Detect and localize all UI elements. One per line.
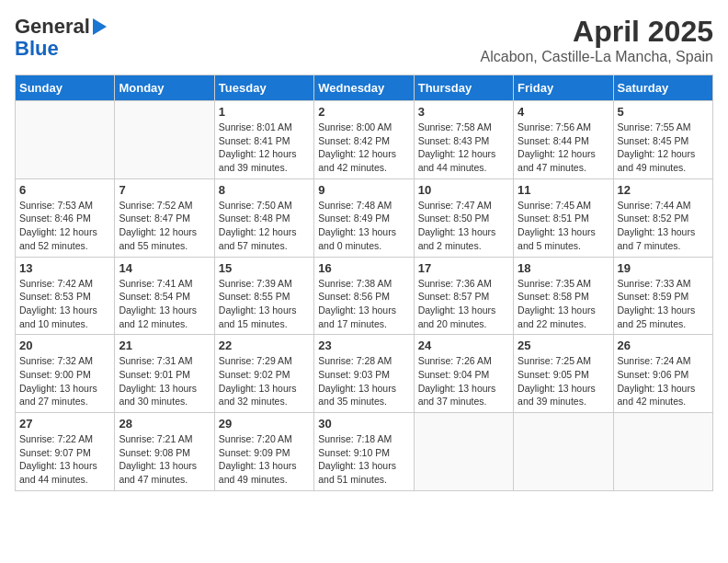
calendar-week-row: 1Sunrise: 8:01 AMSunset: 8:41 PMDaylight… xyxy=(16,101,713,179)
table-row: 11Sunrise: 7:45 AMSunset: 8:51 PMDayligh… xyxy=(514,178,613,257)
day-info: Sunrise: 7:55 AMSunset: 8:45 PMDaylight:… xyxy=(618,121,709,175)
logo: General Blue xyxy=(15,15,107,59)
table-row: 16Sunrise: 7:38 AMSunset: 8:56 PMDayligh… xyxy=(314,257,414,335)
day-number: 18 xyxy=(518,261,609,275)
calendar-week-row: 27Sunrise: 7:22 AMSunset: 9:07 PMDayligh… xyxy=(16,413,713,491)
day-number: 23 xyxy=(318,339,409,352)
day-info: Sunrise: 7:32 AMSunset: 9:00 PMDaylight:… xyxy=(19,354,110,408)
title-block: April 2025 Alcabon, Castille-La Mancha, … xyxy=(481,15,713,65)
table-row: 1Sunrise: 8:01 AMSunset: 8:41 PMDaylight… xyxy=(214,101,313,179)
day-number: 15 xyxy=(219,261,310,275)
day-info: Sunrise: 7:29 AMSunset: 9:02 PMDaylight:… xyxy=(219,354,310,408)
table-row: 27Sunrise: 7:22 AMSunset: 9:07 PMDayligh… xyxy=(16,413,115,491)
day-number: 17 xyxy=(418,261,509,275)
day-info: Sunrise: 7:48 AMSunset: 8:49 PMDaylight:… xyxy=(318,199,409,253)
day-info: Sunrise: 7:22 AMSunset: 9:07 PMDaylight:… xyxy=(19,432,110,487)
day-number: 4 xyxy=(518,105,609,119)
calendar-title: April 2025 xyxy=(481,15,713,49)
table-row xyxy=(115,101,214,179)
table-row: 17Sunrise: 7:36 AMSunset: 8:57 PMDayligh… xyxy=(414,257,513,335)
col-saturday: Saturday xyxy=(613,75,712,101)
table-row: 13Sunrise: 7:42 AMSunset: 8:53 PMDayligh… xyxy=(16,257,115,335)
day-info: Sunrise: 7:18 AMSunset: 9:10 PMDaylight:… xyxy=(318,432,409,487)
day-info: Sunrise: 7:36 AMSunset: 8:57 PMDaylight:… xyxy=(418,277,509,331)
table-row xyxy=(514,413,613,491)
calendar-table: Sunday Monday Tuesday Wednesday Thursday… xyxy=(15,75,713,491)
day-info: Sunrise: 7:25 AMSunset: 9:05 PMDaylight:… xyxy=(518,354,609,408)
day-number: 5 xyxy=(618,105,709,119)
calendar-week-row: 6Sunrise: 7:53 AMSunset: 8:46 PMDaylight… xyxy=(16,178,713,257)
table-row: 9Sunrise: 7:48 AMSunset: 8:49 PMDaylight… xyxy=(314,178,414,257)
day-number: 12 xyxy=(618,183,709,197)
table-row: 4Sunrise: 7:56 AMSunset: 8:44 PMDaylight… xyxy=(514,101,613,179)
table-row: 5Sunrise: 7:55 AMSunset: 8:45 PMDaylight… xyxy=(613,101,712,179)
day-number: 1 xyxy=(219,105,310,119)
day-info: Sunrise: 7:21 AMSunset: 9:08 PMDaylight:… xyxy=(119,432,210,487)
day-info: Sunrise: 7:42 AMSunset: 8:53 PMDaylight:… xyxy=(19,277,110,331)
day-number: 27 xyxy=(19,417,110,431)
day-info: Sunrise: 7:41 AMSunset: 8:54 PMDaylight:… xyxy=(119,277,210,331)
day-info: Sunrise: 7:28 AMSunset: 9:03 PMDaylight:… xyxy=(318,354,409,408)
day-number: 14 xyxy=(119,261,210,275)
day-number: 25 xyxy=(518,339,609,352)
table-row xyxy=(414,413,513,491)
day-info: Sunrise: 7:26 AMSunset: 9:04 PMDaylight:… xyxy=(418,354,509,408)
day-number: 21 xyxy=(119,339,210,352)
col-tuesday: Tuesday xyxy=(214,75,313,101)
day-number: 22 xyxy=(219,339,310,352)
table-row: 14Sunrise: 7:41 AMSunset: 8:54 PMDayligh… xyxy=(115,257,214,335)
day-number: 28 xyxy=(119,417,210,431)
day-number: 7 xyxy=(119,183,210,197)
day-info: Sunrise: 7:44 AMSunset: 8:52 PMDaylight:… xyxy=(618,199,709,253)
day-number: 11 xyxy=(518,183,609,197)
day-info: Sunrise: 7:50 AMSunset: 8:48 PMDaylight:… xyxy=(219,199,310,253)
calendar-subtitle: Alcabon, Castille-La Mancha, Spain xyxy=(481,49,713,65)
day-number: 8 xyxy=(219,183,310,197)
day-info: Sunrise: 7:24 AMSunset: 9:06 PMDaylight:… xyxy=(618,354,709,408)
day-info: Sunrise: 7:39 AMSunset: 8:55 PMDaylight:… xyxy=(219,277,310,331)
col-monday: Monday xyxy=(115,75,214,101)
calendar-week-row: 13Sunrise: 7:42 AMSunset: 8:53 PMDayligh… xyxy=(16,257,713,335)
table-row: 6Sunrise: 7:53 AMSunset: 8:46 PMDaylight… xyxy=(16,178,115,257)
table-row: 21Sunrise: 7:31 AMSunset: 9:01 PMDayligh… xyxy=(115,335,214,413)
day-info: Sunrise: 8:00 AMSunset: 8:42 PMDaylight:… xyxy=(318,121,409,175)
logo-blue: Blue xyxy=(15,39,59,59)
table-row: 22Sunrise: 7:29 AMSunset: 9:02 PMDayligh… xyxy=(214,335,313,413)
day-info: Sunrise: 7:47 AMSunset: 8:50 PMDaylight:… xyxy=(418,199,509,253)
calendar-header-row: Sunday Monday Tuesday Wednesday Thursday… xyxy=(16,75,713,101)
table-row: 18Sunrise: 7:35 AMSunset: 8:58 PMDayligh… xyxy=(514,257,613,335)
table-row: 20Sunrise: 7:32 AMSunset: 9:00 PMDayligh… xyxy=(16,335,115,413)
table-row: 19Sunrise: 7:33 AMSunset: 8:59 PMDayligh… xyxy=(613,257,712,335)
logo-general: General xyxy=(15,15,90,39)
table-row: 15Sunrise: 7:39 AMSunset: 8:55 PMDayligh… xyxy=(214,257,313,335)
day-number: 9 xyxy=(318,183,409,197)
day-number: 16 xyxy=(318,261,409,275)
day-number: 29 xyxy=(219,417,310,431)
calendar-week-row: 20Sunrise: 7:32 AMSunset: 9:00 PMDayligh… xyxy=(16,335,713,413)
day-number: 24 xyxy=(418,339,509,352)
day-info: Sunrise: 7:31 AMSunset: 9:01 PMDaylight:… xyxy=(119,354,210,408)
table-row: 12Sunrise: 7:44 AMSunset: 8:52 PMDayligh… xyxy=(613,178,712,257)
table-row xyxy=(613,413,712,491)
page-header: General Blue April 2025 Alcabon, Castill… xyxy=(15,15,713,65)
table-row: 10Sunrise: 7:47 AMSunset: 8:50 PMDayligh… xyxy=(414,178,513,257)
logo-arrow-icon xyxy=(93,18,107,35)
table-row: 29Sunrise: 7:20 AMSunset: 9:09 PMDayligh… xyxy=(214,413,313,491)
day-number: 19 xyxy=(618,261,709,275)
day-number: 3 xyxy=(418,105,509,119)
day-info: Sunrise: 7:53 AMSunset: 8:46 PMDaylight:… xyxy=(19,199,110,253)
col-thursday: Thursday xyxy=(414,75,513,101)
col-friday: Friday xyxy=(514,75,613,101)
table-row: 3Sunrise: 7:58 AMSunset: 8:43 PMDaylight… xyxy=(414,101,513,179)
table-row: 7Sunrise: 7:52 AMSunset: 8:47 PMDaylight… xyxy=(115,178,214,257)
day-info: Sunrise: 8:01 AMSunset: 8:41 PMDaylight:… xyxy=(219,121,310,175)
table-row: 8Sunrise: 7:50 AMSunset: 8:48 PMDaylight… xyxy=(214,178,313,257)
table-row: 26Sunrise: 7:24 AMSunset: 9:06 PMDayligh… xyxy=(613,335,712,413)
col-wednesday: Wednesday xyxy=(314,75,414,101)
table-row: 2Sunrise: 8:00 AMSunset: 8:42 PMDaylight… xyxy=(314,101,414,179)
day-info: Sunrise: 7:52 AMSunset: 8:47 PMDaylight:… xyxy=(119,199,210,253)
table-row: 30Sunrise: 7:18 AMSunset: 9:10 PMDayligh… xyxy=(314,413,414,491)
table-row: 24Sunrise: 7:26 AMSunset: 9:04 PMDayligh… xyxy=(414,335,513,413)
day-info: Sunrise: 7:38 AMSunset: 8:56 PMDaylight:… xyxy=(318,277,409,331)
col-sunday: Sunday xyxy=(16,75,115,101)
